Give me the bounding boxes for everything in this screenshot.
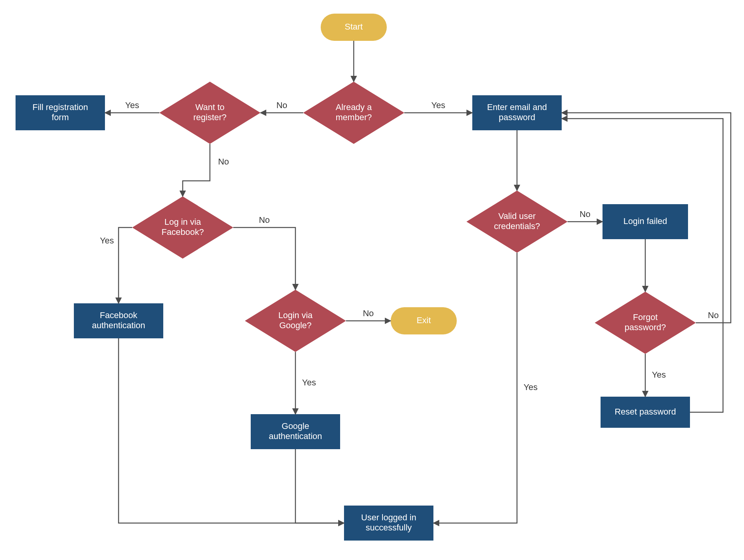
reset_pw-label: Reset password <box>615 407 676 416</box>
enter_email-label: password <box>499 112 535 122</box>
label-valid-no: No <box>580 209 590 219</box>
start-label: Start <box>345 22 363 32</box>
valid_creds-label: Valid user <box>498 211 536 221</box>
label-member-no: No <box>276 100 287 110</box>
login_google-label: Login via <box>278 310 313 320</box>
label-valid-yes: Yes <box>524 382 538 392</box>
already_member-label: Already a <box>336 102 372 112</box>
enter_email-label: Enter email and <box>487 102 547 112</box>
login_facebook-label: Log in via <box>164 217 201 227</box>
google_auth-label: Google <box>282 421 309 431</box>
want_register-label: Want to <box>196 102 225 112</box>
valid_creds-label: credentials? <box>494 221 540 231</box>
edge-valid-yes <box>433 253 517 523</box>
label-fb-yes: Yes <box>100 236 114 245</box>
edge-gauth-logged <box>295 449 344 523</box>
want_register-label: register? <box>193 112 227 122</box>
fill_form-label: form <box>52 112 69 122</box>
login_google-label: Google? <box>279 320 311 330</box>
fill_form-label: Fill registration <box>32 102 88 112</box>
edge-register-no <box>183 144 210 196</box>
label-fb-no: No <box>259 215 270 225</box>
google_auth-label: authentication <box>269 431 322 441</box>
edge-fb-no <box>233 228 295 290</box>
logged_in-label: User logged in <box>361 513 416 522</box>
login_failed-label: Login failed <box>623 216 667 226</box>
exit-label: Exit <box>417 315 431 325</box>
label-g-yes: Yes <box>302 378 316 387</box>
label-forgot-no: No <box>708 310 719 320</box>
already_member-label: member? <box>336 112 372 122</box>
label-g-no: No <box>363 308 374 318</box>
login_facebook-label: Facebook? <box>162 227 204 237</box>
flowchart: StartAlready amember?Want toregister?Fil… <box>0 0 744 560</box>
label-forgot-yes: Yes <box>652 370 666 380</box>
edge-fb-yes <box>119 228 132 303</box>
facebook_auth-label: Facebook <box>100 310 138 320</box>
logged_in-label: successfully <box>366 523 412 532</box>
forgot_pw-label: Forgot <box>633 312 658 322</box>
label-register-no: No <box>218 157 229 166</box>
edge-reset-email <box>562 119 723 412</box>
label-register-yes: Yes <box>125 100 139 110</box>
facebook_auth-label: authentication <box>92 320 145 330</box>
forgot_pw-label: password? <box>625 322 666 332</box>
label-member-yes: Yes <box>431 100 445 110</box>
